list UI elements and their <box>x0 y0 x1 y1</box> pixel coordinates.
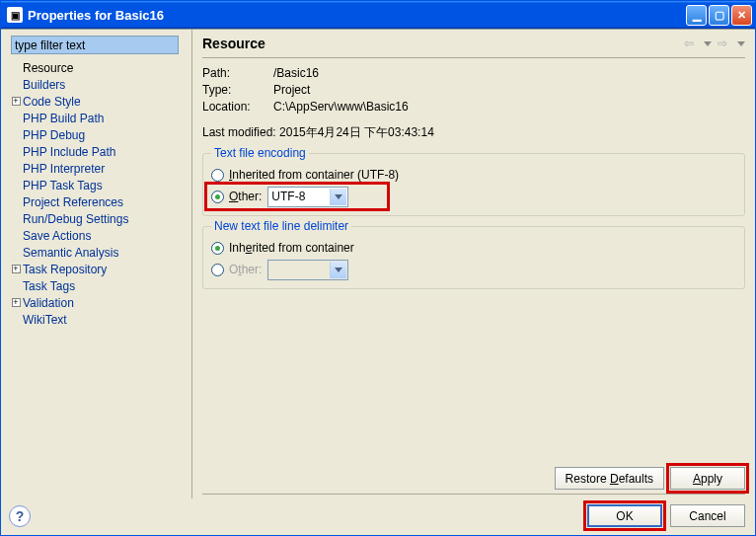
delimiter-combo <box>267 260 348 280</box>
back-icon[interactable]: ⇦ <box>684 37 694 50</box>
tree-item-php-debug[interactable]: PHP Debug <box>9 126 188 143</box>
sidebar: Resource Builders +Code Style PHP Build … <box>1 30 192 498</box>
encoding-other-radio[interactable] <box>211 191 224 203</box>
expand-icon[interactable]: + <box>12 97 21 106</box>
tree-item-save-actions[interactable]: Save Actions <box>9 227 188 244</box>
tree-item-php-include-path[interactable]: PHP Include Path <box>9 143 188 160</box>
minimize-button[interactable]: ▁ <box>686 5 707 26</box>
last-modified: Last modified: 2015年4月24日 下午03:43:14 <box>202 124 745 141</box>
tree-item-validation[interactable]: +Validation <box>9 294 188 311</box>
delimiter-inherited-radio[interactable] <box>211 242 224 255</box>
chevron-down-icon[interactable] <box>330 189 346 205</box>
help-icon[interactable]: ? <box>9 505 31 527</box>
encoding-inherited-radio[interactable] <box>211 169 224 182</box>
encoding-group-title: Text file encoding <box>211 146 309 160</box>
back-menu-icon[interactable] <box>704 41 712 46</box>
delimiter-other-radio[interactable] <box>211 264 224 276</box>
page-title: Resource <box>202 36 684 51</box>
expand-icon[interactable]: + <box>12 298 21 307</box>
delimiter-group: New text file line delimiter Inherited f… <box>202 226 745 289</box>
encoding-combo[interactable]: UTF-8 <box>267 187 348 207</box>
tree-item-builders[interactable]: Builders <box>9 76 188 93</box>
filter-input[interactable] <box>11 36 179 54</box>
delimiter-inherited-label: Inherited from container <box>229 241 354 255</box>
tree-item-semantic-analysis[interactable]: Semantic Analysis <box>9 244 188 261</box>
encoding-group: Text file encoding Inherited from contai… <box>202 153 745 216</box>
titlebar: ▣ Properties for Basic16 ▁ ▢ ✕ <box>1 1 755 29</box>
tree-item-wikitext[interactable]: WikiText <box>9 311 188 328</box>
close-button[interactable]: ✕ <box>731 5 752 26</box>
nav-icons: ⇦ ⇨ <box>684 37 745 50</box>
tree-item-php-interpreter[interactable]: PHP Interpreter <box>9 160 188 177</box>
tree-item-task-tags[interactable]: Task Tags <box>9 277 188 294</box>
tree-item-run-debug-settings[interactable]: Run/Debug Settings <box>9 210 188 227</box>
encoding-other-label: Other: <box>229 190 262 203</box>
main-panel: Resource ⇦ ⇨ Path:/Basic16 Type:Project … <box>192 30 755 498</box>
delimiter-other-label: Other: <box>229 263 262 276</box>
app-icon: ▣ <box>7 7 23 23</box>
tree-item-php-task-tags[interactable]: PHP Task Tags <box>9 177 188 193</box>
ok-button[interactable]: OK <box>587 504 662 527</box>
delimiter-group-title: New text file line delimiter <box>211 219 351 233</box>
type-value: Project <box>273 83 310 97</box>
category-tree: Resource Builders +Code Style PHP Build … <box>5 59 188 328</box>
tree-item-php-build-path[interactable]: PHP Build Path <box>9 110 188 126</box>
tree-item-task-repository[interactable]: +Task Repository <box>9 261 188 277</box>
window-title: Properties for Basic16 <box>28 8 686 23</box>
panel-buttons: Restore Defaults Apply <box>202 459 745 495</box>
expand-icon[interactable]: + <box>12 265 21 273</box>
restore-defaults-button[interactable]: Restore Defaults <box>555 467 664 490</box>
maximize-button[interactable]: ▢ <box>709 5 729 26</box>
path-value: /Basic16 <box>273 66 319 80</box>
tree-item-resource[interactable]: Resource <box>9 59 188 76</box>
path-label: Path: <box>202 66 273 80</box>
chevron-down-icon <box>330 262 346 278</box>
forward-menu-icon[interactable] <box>737 41 745 46</box>
tree-item-code-style[interactable]: +Code Style <box>9 93 188 110</box>
location-label: Location: <box>202 100 273 114</box>
location-value: C:\AppServ\www\Basic16 <box>273 100 409 114</box>
cancel-button[interactable]: Cancel <box>670 504 745 527</box>
apply-button[interactable]: Apply <box>670 467 745 490</box>
tree-item-project-references[interactable]: Project References <box>9 193 188 210</box>
properties-dialog: ▣ Properties for Basic16 ▁ ▢ ✕ Resource … <box>0 0 756 536</box>
forward-icon[interactable]: ⇨ <box>718 37 727 50</box>
encoding-inherited-label: Inherited from container (UTF-8) <box>229 168 399 182</box>
type-label: Type: <box>202 83 273 97</box>
dialog-footer: ? OK Cancel <box>1 498 755 535</box>
